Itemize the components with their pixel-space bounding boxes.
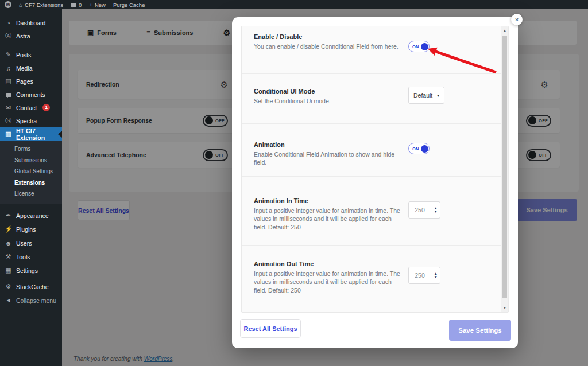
sidebar-item-settings[interactable]: ▦ Settings	[0, 264, 62, 278]
chevron-down-icon: ▾	[437, 93, 439, 98]
conditional-field-settings-modal: × Enable / Disable You can enable / disa…	[232, 17, 518, 348]
sidebar-label: Users	[16, 240, 32, 247]
sidebar-item-spectra[interactable]: Ⓢ Spectra	[0, 114, 62, 127]
cf7-submenu: Forms Submissions Global Settings Extens…	[0, 141, 62, 204]
sidebar-label: Posts	[16, 52, 31, 59]
animation-in-time-field: ▲ ▼	[408, 201, 440, 219]
submenu-item-submissions[interactable]: Submissions	[0, 155, 62, 166]
dashboard-icon: ◔	[5, 20, 12, 26]
astra-icon: Ⓐ	[5, 32, 12, 40]
appearance-icon: ✒	[5, 212, 12, 219]
setting-description: Set the Conditional Ui mode.	[254, 97, 402, 105]
site-name: CF7 Extensions	[25, 2, 63, 8]
animation-out-time-input[interactable]	[410, 272, 430, 279]
sidebar-label: Contact	[16, 104, 37, 111]
site-menu[interactable]: ⌂ CF7 Extensions	[19, 2, 63, 8]
active-menu-arrow	[58, 131, 62, 138]
enable-disable-toggle[interactable]: ON	[408, 41, 430, 52]
number-stepper: ▲ ▼	[434, 207, 438, 213]
modal-save-settings-button[interactable]: Save Settings	[449, 320, 511, 341]
setting-title: Animation In Time	[254, 197, 501, 204]
animation-out-time-field: ▲ ▼	[408, 267, 440, 284]
sidebar-label: Collapse menu	[16, 297, 56, 304]
gear-icon: ⚙	[5, 283, 12, 290]
sidebar-label: Media	[16, 65, 33, 72]
submenu-item-extensions[interactable]: Extensions	[0, 177, 62, 189]
sidebar-item-tools[interactable]: ⚒ Tools	[0, 250, 62, 264]
toggle-state-label: ON	[412, 146, 419, 151]
sidebar-item-posts[interactable]: ✎ Posts	[0, 48, 62, 61]
envelope-icon: ✉	[5, 104, 12, 111]
contact-count-badge: 1	[42, 104, 50, 111]
sidebar-label: Pages	[16, 78, 33, 85]
animation-in-time-input[interactable]	[410, 207, 430, 213]
pages-icon: ▤	[5, 77, 12, 85]
submenu-item-forms[interactable]: Forms	[0, 143, 62, 155]
sidebar-item-collapse-menu[interactable]: ◀ Collapse menu	[0, 294, 62, 307]
stepper-down-icon[interactable]: ▼	[434, 210, 438, 213]
scrollbar-thumb[interactable]	[502, 36, 507, 298]
wordpress-logo-icon[interactable]: W	[5, 1, 11, 8]
sidebar-label: HT Cf7 Extension	[16, 127, 62, 141]
setting-title: Animation Out Time	[254, 260, 501, 267]
purge-cache-menu[interactable]: Purge Cache	[113, 2, 145, 8]
setting-animation: Animation Enable Conditional Field Anima…	[242, 124, 501, 177]
scrollbar-up-icon[interactable]: ▲	[501, 27, 508, 34]
comments-icon	[71, 3, 76, 7]
sidebar-item-plugins[interactable]: ⚡ Plugins	[0, 223, 62, 236]
media-icon: ♫	[5, 65, 12, 72]
select-value: Default	[413, 92, 432, 99]
submenu-item-license[interactable]: License	[0, 188, 62, 200]
home-icon: ⌂	[19, 2, 22, 8]
comments-icon	[5, 91, 12, 98]
sidebar-item-astra[interactable]: Ⓐ Astra	[0, 29, 62, 42]
admin-bar-comments[interactable]: 0	[71, 2, 82, 8]
admin-bar: W ⌂ CF7 Extensions 0 + New Purge Cache	[0, 0, 588, 9]
sidebar-item-pages[interactable]: ▤ Pages	[0, 75, 62, 88]
sidebar-label: Comments	[16, 91, 45, 98]
toggle-state-label: ON	[412, 44, 419, 49]
spectra-icon: Ⓢ	[5, 116, 12, 125]
sidebar-label: Dashboard	[16, 20, 45, 26]
sidebar-label: Astra	[16, 33, 30, 40]
sidebar-item-appearance[interactable]: ✒ Appearance	[0, 209, 62, 223]
user-icon: ☻	[5, 240, 12, 247]
setting-title: Animation	[254, 141, 501, 148]
modal-scrollbar[interactable]: ▲ ▼	[501, 26, 508, 312]
sidebar-label: Tools	[16, 254, 30, 260]
modal-scroll-area: Enable / Disable You can enable / disabl…	[241, 26, 509, 313]
sidebar-item-ht-cf7-extension[interactable]: ▥ HT Cf7 Extension	[0, 127, 62, 141]
sidebar-item-comments[interactable]: Comments	[0, 88, 62, 101]
close-icon[interactable]: ×	[511, 14, 523, 25]
sidebar-item-dashboard[interactable]: ◔ Dashboard	[0, 16, 62, 29]
settings-icon: ▦	[5, 267, 12, 274]
sidebar-item-contact[interactable]: ✉ Contact 1	[0, 101, 62, 114]
sidebar-separator	[0, 204, 62, 209]
collapse-arrow-icon: ◀	[5, 298, 12, 303]
sidebar-label: Spectra	[16, 118, 37, 124]
sidebar-label: StackCache	[16, 283, 49, 290]
setting-description: Input a positive integer value for anima…	[254, 207, 402, 231]
plus-icon: +	[89, 2, 92, 8]
number-stepper: ▲ ▼	[434, 272, 438, 279]
setting-animation-out-time: Animation Out Time Input a positive inte…	[242, 246, 501, 313]
comment-count: 0	[79, 2, 82, 8]
scrollbar-down-icon[interactable]: ▼	[501, 305, 508, 312]
new-content-menu[interactable]: + New	[89, 2, 106, 8]
admin-sidebar: ◔ Dashboard Ⓐ Astra ✎ Posts ♫ Media ▤ Pa…	[0, 9, 62, 366]
sidebar-separator	[0, 42, 62, 48]
sidebar-label: Plugins	[16, 226, 36, 233]
modal-reset-all-settings-button[interactable]: Reset All Settings	[240, 319, 301, 338]
toggle-knob	[421, 145, 428, 153]
stepper-down-icon[interactable]: ▼	[434, 275, 438, 279]
setting-description: Input a positive integer value for anima…	[254, 270, 402, 294]
sidebar-item-stackcache[interactable]: ⚙ StackCache	[0, 280, 62, 294]
animation-toggle[interactable]: ON	[408, 143, 430, 154]
toggle-knob	[421, 43, 428, 50]
submenu-item-global-settings[interactable]: Global Settings	[0, 166, 62, 177]
plugin-icon: ⚡	[5, 225, 12, 233]
sidebar-item-media[interactable]: ♫ Media	[0, 61, 62, 75]
conditional-ui-mode-select[interactable]: Default ▾	[408, 87, 444, 104]
setting-title: Enable / Disable	[254, 33, 501, 40]
sidebar-item-users[interactable]: ☻ Users	[0, 236, 62, 250]
